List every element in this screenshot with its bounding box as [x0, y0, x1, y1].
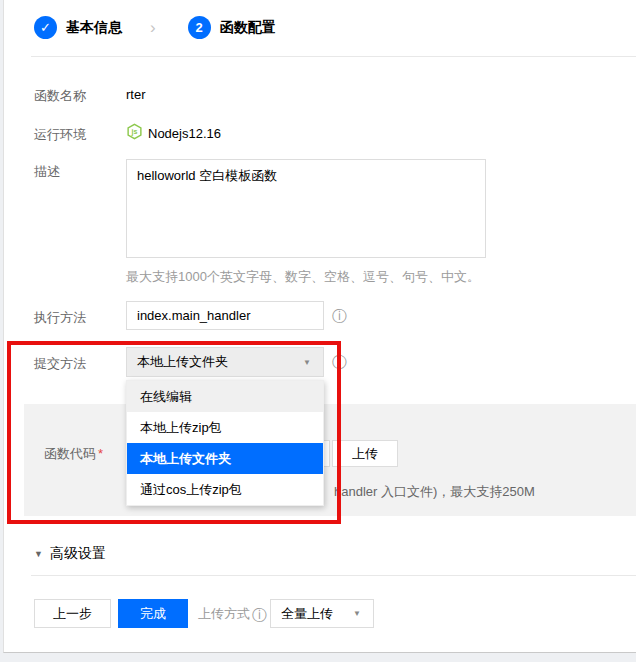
nodejs-icon: js [126, 123, 143, 140]
function-code-section: 函数代码* 上传 handler 入口文件)，最大支持250M [24, 404, 636, 516]
runtime-label: 运行环境 [34, 126, 86, 144]
chevron-down-icon: ▼ [303, 358, 323, 367]
advanced-settings-toggle[interactable]: ▼ 高级设置 [34, 545, 106, 563]
triangle-down-icon: ▼ [34, 549, 43, 559]
handler-label: 执行方法 [34, 309, 86, 327]
required-asterisk: * [98, 446, 103, 461]
description-textarea[interactable]: helloworld 空白模板函数 [126, 159, 486, 258]
handler-input[interactable] [126, 301, 324, 330]
dropdown-option-cos-zip[interactable]: 通过cos上传zip包 [127, 474, 323, 505]
header-divider [31, 56, 636, 57]
step-separator-chevron-icon: › [150, 18, 156, 38]
upload-mode-label: 上传方式 [198, 605, 250, 623]
finish-button[interactable]: 完成 [118, 599, 188, 628]
function-code-label: 函数代码* [44, 445, 103, 463]
step2-circle: 2 [188, 16, 211, 39]
svg-text:js: js [131, 128, 138, 136]
page-frame: ✓ 基本信息 › 2 函数配置 函数名称 rter 运行环境 js Nodejs… [0, 0, 636, 662]
chevron-down-icon: ▼ [353, 609, 373, 618]
dropdown-option-online-edit[interactable]: 在线编辑 [127, 381, 323, 412]
advanced-settings-label: 高级设置 [50, 545, 106, 563]
submit-method-select[interactable]: 本地上传文件夹 ▼ [126, 347, 324, 377]
handler-info-icon[interactable]: ⓘ [332, 308, 347, 323]
submit-method-info-icon[interactable]: ⓘ [332, 354, 347, 369]
dropdown-option-local-folder[interactable]: 本地上传文件夹 [127, 443, 323, 474]
submit-method-selected-value: 本地上传文件夹 [127, 353, 303, 371]
upload-mode-select[interactable]: 全量上传 ▼ [270, 599, 374, 628]
step1-label: 基本信息 [66, 19, 122, 37]
wizard-panel: ✓ 基本信息 › 2 函数配置 函数名称 rter 运行环境 js Nodejs… [3, 0, 636, 653]
submit-method-dropdown-menu: 在线编辑 本地上传zip包 本地上传文件夹 通过cos上传zip包 [126, 380, 324, 506]
function-name-value: rter [126, 87, 146, 102]
dropdown-option-local-zip[interactable]: 本地上传zip包 [127, 412, 323, 443]
runtime-value: Nodejs12.16 [148, 126, 221, 141]
step1-check-icon: ✓ [34, 16, 57, 39]
check-icon: ✓ [40, 20, 51, 35]
step2-number: 2 [196, 20, 203, 35]
upload-mode-group: 上传方式 ⓘ [198, 605, 267, 623]
upload-mode-info-icon[interactable]: ⓘ [252, 607, 267, 622]
description-label: 描述 [34, 163, 60, 181]
submit-method-label: 提交方法 [34, 355, 86, 373]
step2-label: 函数配置 [220, 19, 276, 37]
upload-mode-selected-value: 全量上传 [271, 605, 353, 623]
step-indicator: ✓ 基本信息 › 2 函数配置 [34, 16, 276, 39]
function-code-hint: handler 入口文件)，最大支持250M [334, 483, 535, 501]
function-name-label: 函数名称 [34, 87, 86, 105]
upload-button[interactable]: 上传 [332, 440, 398, 467]
description-hint: 最大支持1000个英文字母、数字、空格、逗号、句号、中文。 [126, 268, 480, 286]
footer-divider [31, 575, 636, 576]
previous-step-button[interactable]: 上一步 [34, 599, 111, 628]
